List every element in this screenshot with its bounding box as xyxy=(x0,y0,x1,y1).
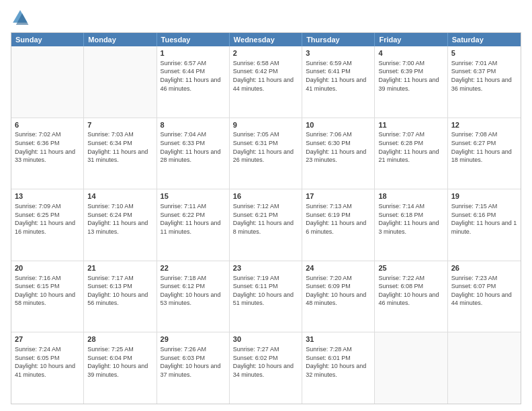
day-number: 13 xyxy=(15,191,80,201)
day-number: 1 xyxy=(161,48,226,58)
day-number: 7 xyxy=(87,120,152,130)
day-info: Sunrise: 7:00 AMSunset: 6:39 PMDaylight:… xyxy=(378,59,443,93)
day-number: 3 xyxy=(306,48,371,58)
day-number: 27 xyxy=(15,334,80,345)
day-number: 5 xyxy=(451,48,517,58)
day-number: 2 xyxy=(233,48,298,58)
day-info: Sunrise: 6:57 AMSunset: 6:44 PMDaylight:… xyxy=(161,59,226,93)
day-info: Sunrise: 7:08 AMSunset: 6:27 PMDaylight:… xyxy=(451,130,517,164)
day-number: 21 xyxy=(87,263,152,273)
day-info: Sunrise: 7:20 AMSunset: 6:09 PMDaylight:… xyxy=(306,274,371,308)
day-info: Sunrise: 7:13 AMSunset: 6:19 PMDaylight:… xyxy=(306,202,371,236)
header xyxy=(11,8,521,27)
day-info: Sunrise: 7:22 AMSunset: 6:08 PMDaylight:… xyxy=(378,274,443,308)
cal-cell-23: 23Sunrise: 7:19 AMSunset: 6:11 PMDayligh… xyxy=(230,261,302,332)
cal-cell-8: 8Sunrise: 7:04 AMSunset: 6:33 PMDaylight… xyxy=(157,118,230,189)
cal-cell-11: 11Sunrise: 7:07 AMSunset: 6:28 PMDayligh… xyxy=(375,118,447,189)
day-number: 10 xyxy=(306,120,371,130)
cal-cell-16: 16Sunrise: 7:12 AMSunset: 6:21 PMDayligh… xyxy=(230,189,302,261)
day-info: Sunrise: 7:16 AMSunset: 6:15 PMDaylight:… xyxy=(15,274,80,308)
day-number: 30 xyxy=(233,334,298,345)
day-info: Sunrise: 7:07 AMSunset: 6:28 PMDaylight:… xyxy=(378,130,443,164)
day-info: Sunrise: 7:11 AMSunset: 6:22 PMDaylight:… xyxy=(161,202,226,236)
day-number: 14 xyxy=(87,191,152,201)
day-info: Sunrise: 7:15 AMSunset: 6:16 PMDaylight:… xyxy=(451,202,517,236)
cal-cell-25: 25Sunrise: 7:22 AMSunset: 6:08 PMDayligh… xyxy=(375,261,447,332)
cal-cell-17: 17Sunrise: 7:13 AMSunset: 6:19 PMDayligh… xyxy=(302,189,375,261)
cal-cell-27: 27Sunrise: 7:24 AMSunset: 6:05 PMDayligh… xyxy=(11,332,84,404)
day-info: Sunrise: 7:17 AMSunset: 6:13 PMDaylight:… xyxy=(87,274,152,308)
day-number: 12 xyxy=(451,120,517,130)
calendar: SundayMondayTuesdayWednesdayThursdayFrid… xyxy=(11,32,521,404)
weekday-header-thursday: Thursday xyxy=(302,33,375,46)
day-number: 23 xyxy=(233,263,298,273)
cal-cell-9: 9Sunrise: 7:05 AMSunset: 6:31 PMDaylight… xyxy=(230,118,302,189)
day-info: Sunrise: 7:03 AMSunset: 6:34 PMDaylight:… xyxy=(87,130,152,164)
calendar-body: 1Sunrise: 6:57 AMSunset: 6:44 PMDaylight… xyxy=(11,46,521,404)
weekday-header-wednesday: Wednesday xyxy=(230,33,302,46)
calendar-row-2: 13Sunrise: 7:09 AMSunset: 6:25 PMDayligh… xyxy=(11,189,521,261)
cal-cell-13: 13Sunrise: 7:09 AMSunset: 6:25 PMDayligh… xyxy=(11,189,84,261)
cal-cell-18: 18Sunrise: 7:14 AMSunset: 6:18 PMDayligh… xyxy=(375,189,447,261)
cal-cell-26: 26Sunrise: 7:23 AMSunset: 6:07 PMDayligh… xyxy=(448,261,521,332)
calendar-row-4: 27Sunrise: 7:24 AMSunset: 6:05 PMDayligh… xyxy=(11,332,521,404)
cal-cell-2: 2Sunrise: 6:58 AMSunset: 6:42 PMDaylight… xyxy=(230,46,302,118)
day-number: 6 xyxy=(15,120,80,130)
weekday-header-friday: Friday xyxy=(375,33,447,46)
day-number: 24 xyxy=(306,263,371,273)
day-number: 25 xyxy=(378,263,443,273)
day-number: 18 xyxy=(378,191,443,201)
day-info: Sunrise: 7:04 AMSunset: 6:33 PMDaylight:… xyxy=(161,130,226,164)
cal-cell-3: 3Sunrise: 6:59 AMSunset: 6:41 PMDaylight… xyxy=(302,46,375,118)
cal-cell-6: 6Sunrise: 7:02 AMSunset: 6:36 PMDaylight… xyxy=(11,118,84,189)
cal-cell-empty-0-1 xyxy=(84,46,157,118)
day-number: 9 xyxy=(233,120,298,130)
cal-cell-30: 30Sunrise: 7:27 AMSunset: 6:02 PMDayligh… xyxy=(230,332,302,404)
cal-cell-empty-0-0 xyxy=(11,46,84,118)
day-number: 20 xyxy=(15,263,80,273)
day-info: Sunrise: 7:26 AMSunset: 6:03 PMDaylight:… xyxy=(161,345,226,379)
day-info: Sunrise: 7:10 AMSunset: 6:24 PMDaylight:… xyxy=(87,202,152,236)
day-info: Sunrise: 7:14 AMSunset: 6:18 PMDaylight:… xyxy=(378,202,443,236)
cal-cell-empty-4-6 xyxy=(448,332,521,404)
cal-cell-5: 5Sunrise: 7:01 AMSunset: 6:37 PMDaylight… xyxy=(448,46,521,118)
logo-icon xyxy=(11,8,30,27)
day-info: Sunrise: 7:06 AMSunset: 6:30 PMDaylight:… xyxy=(306,130,371,164)
day-info: Sunrise: 7:23 AMSunset: 6:07 PMDaylight:… xyxy=(451,274,517,308)
weekday-header-tuesday: Tuesday xyxy=(157,33,230,46)
cal-cell-22: 22Sunrise: 7:18 AMSunset: 6:12 PMDayligh… xyxy=(157,261,230,332)
day-number: 31 xyxy=(306,334,371,345)
day-info: Sunrise: 7:05 AMSunset: 6:31 PMDaylight:… xyxy=(233,130,298,164)
day-number: 26 xyxy=(451,263,517,273)
cal-cell-31: 31Sunrise: 7:28 AMSunset: 6:01 PMDayligh… xyxy=(302,332,375,404)
cal-cell-7: 7Sunrise: 7:03 AMSunset: 6:34 PMDaylight… xyxy=(84,118,157,189)
day-info: Sunrise: 7:27 AMSunset: 6:02 PMDaylight:… xyxy=(233,345,298,379)
weekday-header-saturday: Saturday xyxy=(448,33,521,46)
day-number: 29 xyxy=(161,334,226,345)
day-info: Sunrise: 7:24 AMSunset: 6:05 PMDaylight:… xyxy=(15,345,80,379)
calendar-row-0: 1Sunrise: 6:57 AMSunset: 6:44 PMDaylight… xyxy=(11,46,521,118)
cal-cell-15: 15Sunrise: 7:11 AMSunset: 6:22 PMDayligh… xyxy=(157,189,230,261)
day-info: Sunrise: 6:58 AMSunset: 6:42 PMDaylight:… xyxy=(233,59,298,93)
page: SundayMondayTuesdayWednesdayThursdayFrid… xyxy=(0,0,532,411)
cal-cell-12: 12Sunrise: 7:08 AMSunset: 6:27 PMDayligh… xyxy=(448,118,521,189)
weekday-header-monday: Monday xyxy=(84,33,157,46)
logo xyxy=(11,8,32,27)
cal-cell-4: 4Sunrise: 7:00 AMSunset: 6:39 PMDaylight… xyxy=(375,46,447,118)
calendar-header: SundayMondayTuesdayWednesdayThursdayFrid… xyxy=(11,33,521,46)
day-number: 17 xyxy=(306,191,371,201)
cal-cell-29: 29Sunrise: 7:26 AMSunset: 6:03 PMDayligh… xyxy=(157,332,230,404)
day-number: 19 xyxy=(451,191,517,201)
day-number: 4 xyxy=(378,48,443,58)
calendar-row-1: 6Sunrise: 7:02 AMSunset: 6:36 PMDaylight… xyxy=(11,118,521,189)
day-number: 11 xyxy=(378,120,443,130)
cal-cell-28: 28Sunrise: 7:25 AMSunset: 6:04 PMDayligh… xyxy=(84,332,157,404)
cal-cell-10: 10Sunrise: 7:06 AMSunset: 6:30 PMDayligh… xyxy=(302,118,375,189)
cal-cell-24: 24Sunrise: 7:20 AMSunset: 6:09 PMDayligh… xyxy=(302,261,375,332)
day-info: Sunrise: 7:12 AMSunset: 6:21 PMDaylight:… xyxy=(233,202,298,236)
day-info: Sunrise: 7:02 AMSunset: 6:36 PMDaylight:… xyxy=(15,130,80,164)
cal-cell-empty-4-5 xyxy=(375,332,447,404)
day-number: 22 xyxy=(161,263,226,273)
day-info: Sunrise: 7:01 AMSunset: 6:37 PMDaylight:… xyxy=(451,59,517,93)
day-info: Sunrise: 7:19 AMSunset: 6:11 PMDaylight:… xyxy=(233,274,298,308)
